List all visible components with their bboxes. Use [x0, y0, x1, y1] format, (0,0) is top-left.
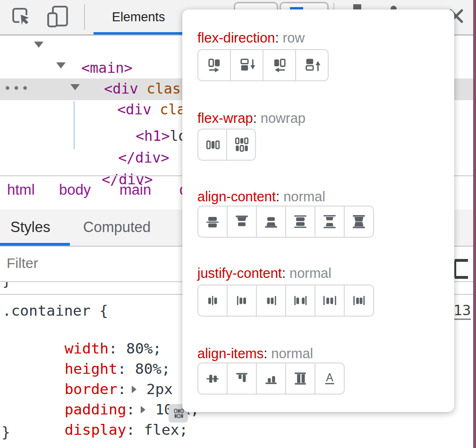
align-content-stretch-icon	[350, 213, 367, 230]
justify-content-space-evenly-button[interactable]	[344, 284, 374, 317]
tab-elements[interactable]: Elements	[112, 10, 165, 25]
devtools-window: Elements ••• <main> <div class=" <div cl…	[0, 0, 476, 448]
dom-node-close-div[interactable]: </div>	[68, 148, 153, 211]
section-label-flex-direction: flex-direction: row	[197, 30, 305, 46]
css-property-display[interactable]: display: flex;	[29, 405, 188, 448]
section-label-align-items: align-items: normal	[197, 346, 313, 362]
more-actions-icon[interactable]: •••	[4, 81, 30, 95]
toolbar-divider	[84, 4, 85, 30]
filter-bar-icon-fragment[interactable]	[453, 259, 469, 279]
align-items-end-icon	[263, 370, 280, 387]
expander-arrow-icon[interactable]	[56, 62, 66, 69]
device-toolbar-icon[interactable]	[45, 4, 71, 30]
expander-arrow-icon[interactable]	[70, 84, 80, 90]
justify-content-flex-end-button[interactable]	[256, 284, 286, 317]
align-content-flex-end-button[interactable]	[256, 206, 286, 238]
flex-wrap-buttons	[197, 129, 256, 161]
align-content-end-icon	[263, 213, 280, 230]
align-content-buttons	[197, 206, 374, 238]
flex-wrap-wrap-button[interactable]	[226, 129, 256, 161]
align-items-center-icon	[204, 370, 221, 387]
align-items-flex-start-button[interactable]	[227, 362, 257, 395]
justify-end-icon	[263, 292, 280, 309]
align-items-stretch-button[interactable]	[285, 362, 315, 395]
breadcrumb-body[interactable]: body	[59, 181, 91, 198]
expander-arrow-icon[interactable]	[34, 42, 43, 48]
flex-direction-row-reverse-button[interactable]	[263, 49, 296, 81]
column-reverse-icon	[303, 56, 321, 74]
justify-space-evenly-icon	[350, 292, 367, 309]
css-selector[interactable]: .container {	[2, 302, 108, 319]
tab-computed[interactable]: Computed	[83, 219, 151, 236]
align-content-stretch-button[interactable]	[344, 206, 374, 238]
svg-text:A: A	[326, 371, 333, 384]
css-close-brace: }	[1, 424, 10, 440]
align-content-center-button[interactable]	[197, 206, 228, 238]
section-label-flex-wrap: flex-wrap: nowrap	[197, 111, 306, 126]
justify-content-flex-start-button[interactable]	[227, 284, 257, 317]
align-content-start-icon	[233, 213, 250, 230]
align-content-center-icon	[204, 213, 221, 230]
wrap-icon	[233, 136, 250, 153]
align-items-stretch-icon	[292, 370, 309, 387]
flex-direction-column-reverse-button[interactable]	[295, 49, 329, 81]
breadcrumb-html[interactable]: html	[7, 181, 35, 198]
flex-direction-buttons	[197, 49, 329, 81]
justify-content-center-button[interactable]	[197, 284, 228, 317]
align-content-flex-start-button[interactable]	[227, 206, 257, 238]
align-content-space-around-button[interactable]	[314, 206, 345, 238]
inspected-page-edge	[473, 0, 476, 448]
flexbox-editor-popup: flex-direction: row	[182, 9, 454, 412]
tab-styles[interactable]: Styles	[10, 219, 50, 236]
column-icon	[238, 56, 256, 74]
tree-indent-guide	[74, 101, 75, 149]
align-items-baseline-icon: A	[321, 370, 338, 387]
justify-space-between-icon	[292, 292, 309, 309]
flex-direction-column-button[interactable]	[230, 49, 264, 81]
inspect-element-icon[interactable]	[9, 5, 32, 28]
stylesheet-line-link[interactable]: 13	[453, 302, 471, 320]
nowrap-icon	[204, 136, 221, 153]
previous-rule-close-brace: }	[0, 282, 28, 293]
align-items-baseline-button[interactable]: A	[314, 362, 345, 395]
align-items-buttons: A	[197, 362, 345, 395]
align-content-space-between-icon	[292, 213, 309, 230]
justify-content-space-between-button[interactable]	[285, 284, 315, 317]
justify-content-space-around-button[interactable]	[314, 284, 345, 317]
section-label-justify-content: justify-content: normal	[197, 266, 332, 281]
row-icon	[205, 56, 223, 74]
section-label-align-content: align-content: normal	[197, 189, 325, 205]
align-items-center-button[interactable]	[197, 362, 228, 395]
justify-start-icon	[233, 292, 250, 309]
align-items-start-icon	[233, 370, 250, 387]
row-reverse-icon	[271, 56, 289, 74]
justify-center-icon	[204, 292, 221, 309]
flex-direction-row-button[interactable]	[197, 49, 231, 81]
tab-styles-underline	[0, 243, 70, 246]
justify-content-buttons	[197, 284, 374, 317]
flex-grid-icon	[173, 408, 184, 419]
breadcrumb-main[interactable]: main	[119, 181, 151, 198]
filter-input[interactable]: Filter	[7, 255, 38, 271]
align-content-space-around-icon	[321, 213, 338, 230]
align-content-space-between-button[interactable]	[285, 206, 315, 238]
flex-wrap-nowrap-button[interactable]	[197, 129, 227, 161]
align-items-flex-end-button[interactable]	[256, 362, 286, 395]
justify-space-around-icon	[321, 292, 338, 309]
